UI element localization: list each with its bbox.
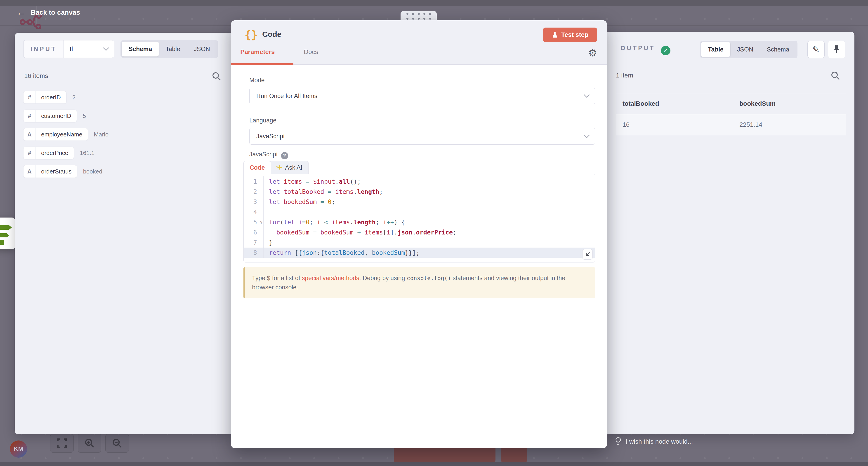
schema-field-pill[interactable]: #orderPrice	[23, 146, 74, 159]
schema-field-row: AorderStatusbooked	[23, 165, 108, 178]
field-name: orderStatus	[36, 165, 77, 177]
field-type-icon: A	[24, 128, 36, 140]
expand-icon	[585, 252, 590, 257]
search-icon	[831, 71, 840, 80]
code-line[interactable]: 7}	[244, 237, 595, 247]
editor-tab-code[interactable]: Code	[243, 161, 271, 174]
pin-data-button[interactable]	[828, 41, 845, 58]
hint-text: Type $ for a list of	[252, 275, 302, 281]
output-tab-json[interactable]: JSON	[730, 42, 760, 57]
input-items-count: 16 items	[24, 72, 48, 79]
field-name: employeeName	[36, 128, 88, 140]
line-number: 8	[244, 247, 264, 258]
code-line[interactable]: 1let items = $input.all();	[244, 176, 595, 187]
input-search-button[interactable]	[212, 72, 221, 82]
code-text: let items = $input.all();	[264, 176, 361, 187]
output-search-button[interactable]	[831, 71, 840, 81]
mode-label: Mode	[249, 77, 265, 84]
schema-field-row: #customerID5	[23, 109, 108, 122]
language-select[interactable]: JavaScript	[249, 128, 595, 144]
output-panel: OUTPUT ✓ Table JSON Schema ✎ 1 item tota…	[607, 32, 855, 434]
back-arrow-icon: ←	[16, 8, 26, 17]
output-cell: 16	[616, 114, 733, 135]
output-table-row: 162251.14	[616, 114, 846, 135]
output-tab-table[interactable]: Table	[701, 42, 730, 57]
output-panel-header: OUTPUT ✓	[620, 45, 671, 55]
lightbulb-icon	[615, 437, 622, 446]
field-value: 5	[83, 112, 86, 120]
zoom-in-icon	[84, 438, 95, 448]
schema-field-pill[interactable]: AemployeeName	[23, 128, 88, 141]
schema-field-pill[interactable]: #orderID	[23, 91, 66, 104]
code-node-icon: {}	[245, 29, 258, 41]
line-number: 3	[244, 197, 264, 207]
fold-chevron-icon[interactable]: ∨	[260, 217, 262, 227]
zoom-to-fit-button[interactable]	[50, 434, 74, 453]
zoom-in-button[interactable]	[78, 434, 101, 453]
canvas-bottom-strip	[0, 462, 868, 466]
code-line[interactable]: 4	[244, 207, 595, 217]
input-view-tabs: Schema Table JSON	[121, 40, 218, 58]
hint-text: Debug by using	[361, 275, 407, 281]
tab-docs[interactable]: Docs	[304, 48, 318, 56]
schema-field-pill[interactable]: AorderStatus	[23, 165, 77, 178]
output-tab-schema[interactable]: Schema	[760, 42, 796, 57]
input-schema-fields: #orderID2#customerID5AemployeeNameMario#…	[23, 91, 108, 178]
field-type-icon: #	[24, 147, 36, 159]
output-cell: 2251.14	[733, 114, 846, 135]
editor-label: JavaScript?	[249, 151, 288, 159]
chevron-down-icon	[103, 47, 109, 51]
screen: ← Back to canvas KM I wish this node w	[0, 0, 868, 466]
avatar[interactable]: KM	[10, 440, 27, 458]
field-type-icon: A	[24, 165, 36, 177]
modal-drag-handle[interactable]	[401, 11, 437, 22]
code-line[interactable]: 6 bookedSum = bookedSum + items[i].json.…	[244, 227, 595, 237]
code-line[interactable]: 2let totalBooked = items.length;	[244, 187, 595, 197]
special-vars-link[interactable]: special vars/methods.	[302, 275, 361, 281]
editor-hint: Type $ for a list of special vars/method…	[243, 267, 595, 298]
drag-dots-icon	[406, 13, 431, 15]
line-number: 4	[244, 207, 264, 217]
schema-field-pill[interactable]: #customerID	[23, 109, 77, 122]
test-step-button[interactable]: Test step	[543, 28, 597, 42]
code-editor[interactable]: 1let items = $input.all();2let totalBook…	[243, 174, 595, 263]
expand-editor-button[interactable]	[582, 249, 593, 260]
field-value: 2	[72, 94, 75, 101]
input-tab-json[interactable]: JSON	[187, 41, 217, 57]
pin-icon	[833, 45, 840, 54]
line-number: 6	[244, 227, 264, 237]
inline-code: console.log()	[407, 275, 451, 281]
mode-select[interactable]: Run Once for All Items	[249, 88, 595, 104]
code-line[interactable]: 8return [{json:{totalBooked, bookedSum}}…	[244, 247, 595, 258]
edit-output-button[interactable]: ✎	[807, 41, 825, 58]
zoom-out-button[interactable]	[105, 434, 129, 453]
canvas-zoom-controls	[50, 434, 129, 453]
code-line[interactable]: 3let bookedSum = 0;	[244, 197, 595, 207]
code-text	[264, 207, 269, 217]
output-table: totalBookedbookedSum162251.14	[616, 93, 846, 135]
node-settings-modal: {} Code Test step Parameters Docs ⚙ Mode…	[231, 20, 607, 448]
back-to-canvas-button[interactable]: ← Back to canvas	[16, 8, 80, 17]
search-icon	[212, 72, 221, 81]
output-items-count: 1 item	[616, 72, 633, 79]
output-column-header: bookedSum	[733, 93, 846, 114]
field-type-icon: #	[24, 91, 36, 103]
sparkle-icon	[276, 164, 282, 171]
help-icon[interactable]: ?	[281, 152, 288, 159]
if-node-icon	[0, 222, 14, 245]
input-tab-table[interactable]: Table	[159, 41, 187, 57]
gear-icon[interactable]: ⚙	[588, 47, 597, 59]
node-feedback-link[interactable]: I wish this node would...	[615, 437, 693, 446]
input-node-selector[interactable]: INPUT If	[23, 40, 114, 58]
code-line[interactable]: 5∨for(let i=0; i < items.length; i++) {	[244, 217, 595, 227]
input-node-select[interactable]: If	[64, 40, 114, 58]
field-value: booked	[83, 168, 102, 175]
editor-tab-ask-ai[interactable]: Ask AI	[270, 161, 309, 174]
tab-parameters[interactable]: Parameters	[240, 48, 275, 56]
field-name: customerID	[36, 110, 76, 122]
zoom-out-icon	[112, 438, 122, 448]
active-tab-underline	[231, 63, 293, 65]
input-node-stub[interactable]	[0, 218, 16, 249]
code-text: let totalBooked = items.length;	[264, 187, 383, 197]
input-tab-schema[interactable]: Schema	[122, 41, 159, 57]
